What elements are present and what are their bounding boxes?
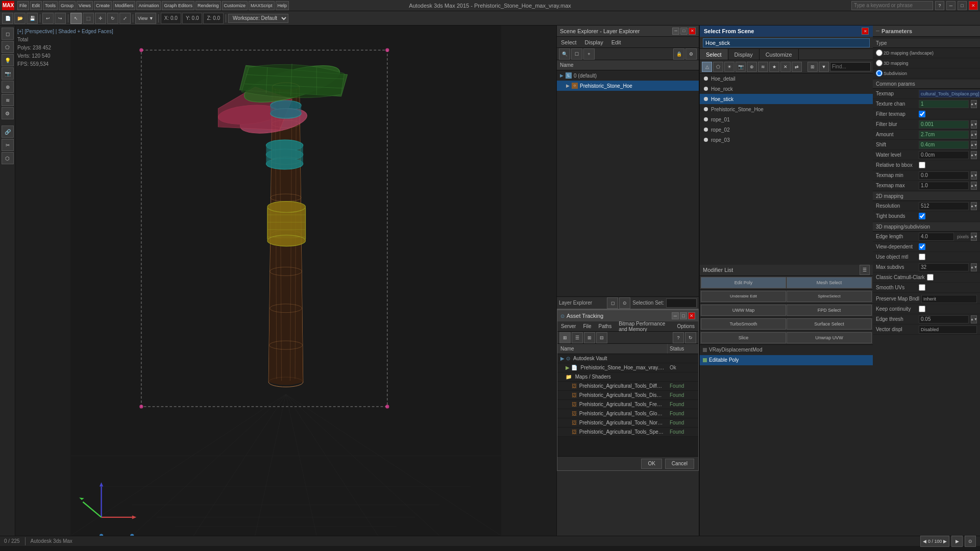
se-select-all-btn[interactable]: ☐: [571, 48, 582, 60]
edge-length-value[interactable]: 4.0: [919, 233, 954, 241]
resolution-spinner[interactable]: ▲▼: [971, 202, 977, 210]
resolution-value[interactable]: 512: [919, 202, 969, 210]
at-fresnel-row[interactable]: 🖼 Prehistoric_Agricultural_Tools_Fresnel…: [557, 400, 698, 409]
se-lock-icon[interactable]: 🔒: [673, 48, 684, 60]
at-refresh-btn[interactable]: ↻: [685, 332, 696, 343]
params-collapse-icon[interactable]: ─: [876, 28, 879, 34]
classic-catmull-check[interactable]: [927, 274, 934, 281]
preserve-map-value[interactable]: Inherit: [921, 295, 977, 303]
si-all-btn[interactable]: ★: [769, 62, 779, 72]
at-specular-row[interactable]: 🖼 Prehistoric_Agricultural_Tools_Specula…: [557, 428, 698, 437]
si-hoe-detail[interactable]: Hoe_detail: [700, 73, 873, 84]
edge-thresh-value[interactable]: 0.05: [919, 315, 969, 323]
at-bitmap-menu[interactable]: Bitmap Performance and Memory: [617, 320, 671, 333]
edit-poly-btn[interactable]: Edit Poly: [701, 277, 786, 288]
at-server-menu[interactable]: Server: [559, 322, 577, 330]
texmap-value[interactable]: cultural_Tools_Displace.png]: [919, 90, 980, 98]
create-systems-btn[interactable]: ⚙: [2, 107, 14, 119]
selection-set-input[interactable]: [666, 298, 697, 308]
keep-continuity-check[interactable]: [919, 306, 925, 312]
create-shapes-btn[interactable]: ⬠: [2, 41, 14, 53]
texmap-min-value[interactable]: 0.0: [919, 171, 969, 180]
se-select-menu[interactable]: Select: [559, 38, 579, 46]
at-options-menu[interactable]: Options: [676, 322, 696, 330]
shift-spinner[interactable]: ▲▼: [971, 141, 977, 149]
help-icon[interactable]: ?: [935, 1, 944, 10]
si-rope-01[interactable]: rope_01: [700, 114, 873, 124]
se-footer-btn2[interactable]: ⊙: [619, 297, 630, 309]
se-footer-btn1[interactable]: ◻: [607, 297, 618, 309]
max-subdivs-spinner[interactable]: ▲▼: [971, 263, 977, 271]
radio-subdivision[interactable]: Subdivision: [876, 70, 907, 77]
at-normal-row[interactable]: 🖼 Prehistoric_Agricultural_Tools_Normal.…: [557, 418, 698, 428]
time-slider[interactable]: ◀ 0 / 100 ▶: [920, 536, 949, 547]
create-menu[interactable]: Create: [94, 1, 112, 10]
se-minimize-btn[interactable]: ─: [672, 28, 679, 35]
at-vault-row[interactable]: ▶ ⊙ Autodesk Vault: [557, 354, 698, 363]
tools-menu[interactable]: Tools: [43, 1, 58, 10]
si-filter-btn[interactable]: ▼: [819, 62, 829, 72]
select-region-btn[interactable]: ⬚: [83, 13, 94, 24]
create-spacewarps-btn[interactable]: ≋: [2, 94, 14, 106]
play-btn[interactable]: ▶: [951, 536, 963, 547]
at-displace-row[interactable]: 🖼 Prehistoric_Agricultural_Tools_Displac…: [557, 391, 698, 400]
graph-editors-menu[interactable]: Graph Editors: [162, 1, 194, 10]
filter-texmap-check[interactable]: [919, 111, 925, 117]
si-hoe-rock[interactable]: Hoe_rock: [700, 84, 873, 94]
si-lights-btn[interactable]: ☀: [724, 62, 734, 72]
create-cameras-btn[interactable]: 📷: [2, 67, 14, 80]
at-ok-btn[interactable]: OK: [641, 459, 662, 469]
views-menu[interactable]: Views: [77, 1, 93, 10]
mod-editable-poly[interactable]: Editable Poly: [700, 355, 873, 365]
keyframe-btn[interactable]: ⊙: [965, 536, 976, 547]
se-settings-btn[interactable]: ⚙: [685, 48, 697, 60]
animation-menu[interactable]: Animation: [136, 1, 161, 10]
at-minimize-btn[interactable]: ─: [672, 312, 679, 319]
tight-bounds-check[interactable]: [919, 213, 925, 219]
save-btn[interactable]: 💾: [27, 13, 38, 24]
reference-coord-select[interactable]: View ▼: [135, 13, 156, 24]
tab-display[interactable]: Display: [728, 49, 760, 60]
at-maximize-btn[interactable]: □: [680, 312, 687, 319]
unlink-btn[interactable]: ✂: [2, 139, 14, 151]
at-close-btn[interactable]: ✕: [688, 312, 695, 319]
undo-btn[interactable]: ↩: [42, 13, 54, 24]
workspace-select[interactable]: Workspace: Default: [228, 14, 288, 23]
restore-btn[interactable]: □: [958, 1, 967, 10]
relative-bbox-check[interactable]: [919, 162, 925, 168]
at-gloss-row[interactable]: 🖼 Prehistoric_Agricultural_Tools_Glossin…: [557, 409, 698, 418]
use-obj-mtl-check[interactable]: [919, 254, 925, 260]
at-maxfile-row[interactable]: ▶ 📄 Prehistoric_Stone_Hoe_max_vray.max O…: [557, 363, 698, 372]
amount-spinner[interactable]: ▲▼: [971, 131, 977, 139]
spline-select-btn[interactable]: SplineSelect: [787, 291, 872, 302]
unwrap-uvw-btn[interactable]: Unwrap UVW: [787, 332, 872, 343]
si-helpers-btn[interactable]: ⊕: [747, 62, 757, 72]
radio-2d-mapping[interactable]: 2D mapping (landscape): [876, 49, 934, 56]
select-close-btn[interactable]: ✕: [862, 28, 869, 35]
underable-edit-btn[interactable]: Underable Edit: [701, 291, 786, 302]
filter-blur-spinner[interactable]: ▲▼: [971, 120, 977, 129]
search-input[interactable]: [851, 1, 933, 10]
customize-menu[interactable]: Customize: [222, 1, 248, 10]
scene-explorer-titlebar[interactable]: Scene Explorer - Layer Explorer ─ □ ✕: [557, 26, 699, 37]
group-menu[interactable]: Group: [59, 1, 76, 10]
layer-default-item[interactable]: ▶ L 0 (default): [557, 70, 699, 81]
select-object-btn[interactable]: ↖: [70, 13, 82, 24]
minimize-btn[interactable]: ─: [946, 1, 955, 10]
texmap-max-spinner[interactable]: ▲▼: [971, 182, 977, 190]
hoe-object-item[interactable]: ▶ ○ Prehistoric_Stone_Hoe: [557, 81, 699, 91]
smooth-uvs-check[interactable]: [919, 284, 925, 291]
open-btn[interactable]: 📂: [14, 13, 26, 24]
rendering-menu[interactable]: Rendering: [195, 1, 221, 10]
texture-chan-spinner[interactable]: ▲▼: [971, 100, 977, 108]
texture-chan-value[interactable]: 1: [919, 100, 969, 108]
se-close-btn[interactable]: ✕: [689, 28, 696, 35]
at-content[interactable]: ▶ ⊙ Autodesk Vault ▶ 📄 Prehistoric_Stone…: [557, 354, 698, 456]
object-name-input[interactable]: [703, 38, 870, 47]
rotate-btn[interactable]: ↻: [107, 13, 118, 24]
si-shapes-btn[interactable]: ⬠: [713, 62, 723, 72]
si-geometry-btn[interactable]: △: [702, 62, 712, 72]
close-btn[interactable]: ✕: [969, 1, 978, 10]
texmap-min-spinner[interactable]: ▲▼: [971, 171, 977, 180]
shift-value[interactable]: 0.4cm: [919, 141, 969, 149]
